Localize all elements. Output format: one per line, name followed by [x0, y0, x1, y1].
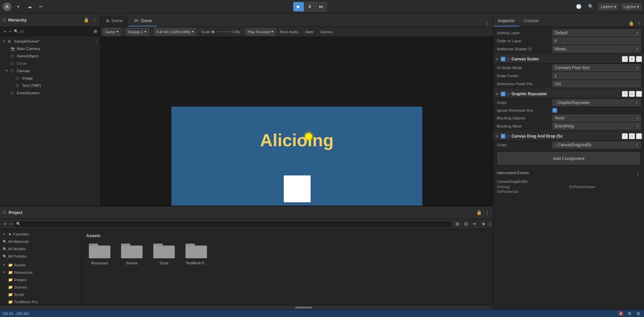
game-dropdown[interactable]: Game ▾ — [103, 28, 121, 36]
ref-pixels-input[interactable] — [552, 81, 641, 87]
resolution-dropdown[interactable]: Full HD (1920x1080) ▾ — [154, 28, 196, 36]
folder-textmesh-label: TextMesh P... — [186, 261, 207, 265]
shader-dropdown[interactable]: Mixed... ▾ — [552, 46, 641, 52]
project-view3-btn[interactable]: ✏ — [472, 221, 478, 227]
inspector-lock-btn[interactable]: 🔒 — [629, 21, 634, 26]
status-icon-2[interactable]: ⚙ — [627, 311, 633, 317]
gr-script-row: Script ⬡ GraphicRaycaster ⊙ — [493, 99, 644, 107]
console-tab[interactable]: Console — [519, 16, 543, 27]
intercepted-more-btn[interactable]: ⋮ — [635, 171, 641, 177]
project-view1-btn[interactable]: ⊞ — [454, 221, 461, 227]
gr-script-dropdown[interactable]: ⬡ GraphicRaycaster ⊙ — [552, 99, 641, 106]
status-icon-1[interactable]: 🔇 — [618, 311, 624, 317]
project-star-btn[interactable]: ★ — [480, 221, 487, 227]
ui-scale-dropdown[interactable]: Constant Pixel Size ▾ — [552, 64, 641, 71]
graphic-raycaster-checkbox[interactable]: ✓ — [501, 92, 505, 96]
asset-resources[interactable]: Resources — [86, 242, 113, 265]
folder-body — [89, 246, 110, 258]
cd-more[interactable]: ⋮ — [636, 133, 642, 139]
scale-factor-input[interactable] — [552, 72, 641, 79]
sidebar-assets[interactable]: ▼ 📁 Assets — [0, 261, 82, 269]
hierarchy-item-main-camera[interactable]: 📷 Main Camera — [0, 45, 100, 52]
hierarchy-item-circle[interactable]: ⬡ Circle — [0, 60, 100, 67]
hierarchy-item-image[interactable]: ⬡ Image — [0, 74, 100, 82]
sidebar-all-models[interactable]: 🔍 All Models — [0, 245, 82, 253]
canvas-scaler-more[interactable]: ⋮ — [636, 56, 642, 62]
cd-help[interactable]: ? — [622, 133, 628, 139]
ignore-reversed-checkbox[interactable]: ✓ — [552, 108, 557, 113]
project-search-input[interactable] — [22, 220, 450, 228]
gr-settings[interactable]: ⚙ — [629, 91, 635, 97]
project-lock-btn[interactable]: 🔒 — [476, 209, 482, 216]
canvas-scaler-settings[interactable]: ⚙ — [629, 56, 635, 62]
account-avatar[interactable]: A — [3, 2, 11, 11]
canvas-scaler-help[interactable]: ? — [622, 56, 628, 62]
layout-dropdown[interactable]: Layout ▾ — [621, 3, 641, 10]
blocking-objects-dropdown[interactable]: None ▾ — [552, 115, 641, 121]
intercepted-title: Intercepted Events ⋮ — [497, 171, 641, 177]
center-more-btn[interactable]: ⋮ — [484, 20, 490, 27]
sidebar-all-materials[interactable]: 🔍 All Materials — [0, 238, 82, 245]
display-dropdown[interactable]: Display 1 ▾ — [126, 28, 149, 36]
stats-btn[interactable]: Stats — [302, 28, 316, 36]
canvas-drag-checkbox[interactable]: ✓ — [501, 134, 505, 139]
search-btn[interactable]: 🔍 — [586, 2, 596, 11]
sidebar-images[interactable]: 📁 Images — [0, 276, 82, 283]
layers-dropdown[interactable]: Layers ▾ — [598, 3, 619, 10]
inspector-tab[interactable]: Inspector — [493, 16, 519, 27]
hierarchy-filter-btn[interactable]: ⊞ — [92, 29, 98, 35]
undo-btn[interactable]: ↩ — [36, 2, 46, 11]
sidebar-favorites[interactable]: ▼ ★ Favorites — [0, 230, 82, 238]
cd-settings[interactable]: ⚙ — [629, 133, 635, 139]
assets-arrow: ▼ — [3, 263, 7, 267]
sidebar-script[interactable]: 📁 Script — [0, 291, 82, 298]
hierarchy-more-btn[interactable]: ⋮ — [91, 17, 98, 23]
history-btn[interactable]: 🕐 — [574, 2, 584, 11]
tab-game[interactable]: 🎮 Game — [128, 16, 157, 27]
canvas-scaler-checkbox[interactable]: ✓ — [501, 57, 505, 61]
hierarchy-lock-btn[interactable]: 🔒 — [83, 17, 90, 23]
scene-menu[interactable]: ⋮ — [94, 39, 99, 44]
hierarchy-item-sample-scene[interactable]: ▼ ⊞ SampleScene* ⋮ — [0, 38, 100, 45]
hierarchy-item-text-tmp[interactable]: ⬡ Text (TMP) — [0, 82, 100, 89]
step-button[interactable]: ⏭ — [316, 2, 327, 11]
scene-tab-label: Scene — [111, 18, 123, 23]
hierarchy-item-canvas[interactable]: ▼ ⬡ Canvas — [0, 67, 100, 74]
play-focused-dropdown[interactable]: Play Focused ▾ — [246, 28, 276, 36]
add-component-button[interactable]: Add Component — [497, 152, 640, 164]
play-button[interactable]: ▶ — [293, 2, 304, 11]
asset-scenes[interactable]: Scenes — [118, 242, 145, 265]
mute-audio-btn[interactable]: Mute Audio — [277, 28, 301, 36]
pause-button[interactable]: ⏸ — [305, 2, 315, 11]
tab-scene[interactable]: ⊞ Scene — [101, 16, 128, 27]
sidebar-textmesh[interactable]: 📁 TextMesh Pro — [0, 298, 82, 305]
hierarchy-search-input[interactable] — [20, 30, 91, 34]
project-more-btn[interactable]: ⋮ — [484, 209, 490, 216]
gr-help[interactable]: ? — [622, 91, 628, 97]
blocking-mask-dropdown[interactable]: Everything ▾ — [552, 123, 641, 129]
shader-chevron: ▾ — [637, 47, 638, 51]
asset-script[interactable]: Script — [151, 242, 177, 265]
sorting-layer-dropdown[interactable]: Default ▾ — [552, 30, 641, 36]
sidebar-all-prefabs[interactable]: 🔍 All Prefabs — [0, 253, 82, 260]
gr-more[interactable]: ⋮ — [636, 91, 642, 97]
cloud-btn[interactable]: ☁ — [25, 2, 34, 11]
hierarchy-item-game-object[interactable]: ⬡ GameObject — [0, 52, 100, 60]
scrollbar-track[interactable] — [3, 307, 490, 309]
sidebar-scenes[interactable]: 📁 Scenes — [0, 283, 82, 291]
project-add-btn[interactable]: + — [2, 221, 8, 227]
cd-script-dropdown[interactable]: ⬡ CanvasDragAndDr ⊙ — [552, 142, 641, 148]
order-input[interactable] — [552, 38, 641, 44]
sidebar-resources[interactable]: ▼ 📁 Resources — [0, 269, 82, 276]
status-icon-3[interactable]: ⊞ — [635, 311, 641, 317]
scrollbar-thumb[interactable] — [295, 307, 312, 309]
hierarchy-item-event-system[interactable]: ⬡ EventSystem — [0, 89, 100, 97]
project-view2-btn[interactable]: ⊟ — [463, 221, 470, 227]
inspector-more-btn[interactable]: ⋮ — [635, 20, 642, 27]
gizmos-btn[interactable]: Gizmos — [317, 28, 335, 36]
ui-scale-chevron: ▾ — [637, 66, 638, 69]
hierarchy-add-btn[interactable]: + — [2, 29, 8, 35]
asset-textmesh[interactable]: TextMesh P... — [183, 242, 210, 265]
shader-value: Mixed... — [555, 47, 569, 51]
account-dropdown-btn[interactable]: ▾ — [13, 2, 23, 11]
